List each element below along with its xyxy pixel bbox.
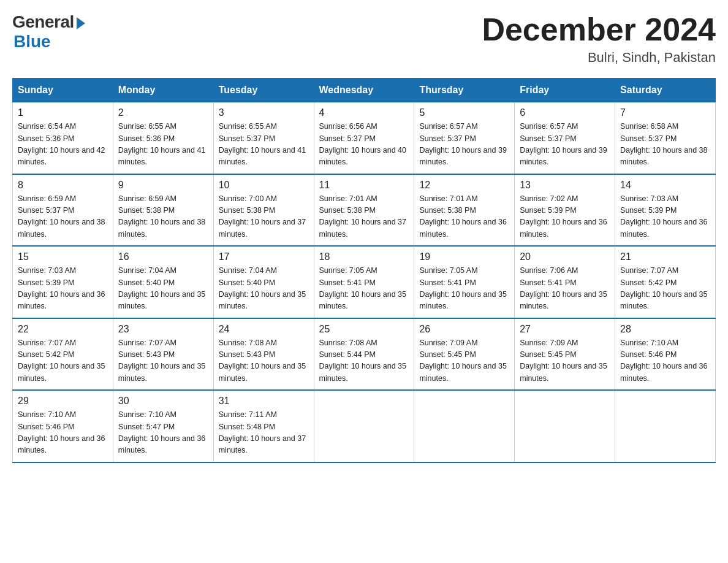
day-number: 9 [118,180,208,191]
day-number: 29 [18,396,108,407]
day-info: Sunrise: 7:09 AMSunset: 5:45 PMDaylight:… [520,337,610,385]
day-number: 1 [18,107,108,118]
day-number: 27 [520,324,610,335]
day-info: Sunrise: 7:06 AMSunset: 5:41 PMDaylight:… [520,265,610,313]
calendar-week-row: 15Sunrise: 7:03 AMSunset: 5:39 PMDayligh… [13,246,716,318]
calendar-table: SundayMondayTuesdayWednesdayThursdayFrid… [12,78,716,463]
day-info: Sunrise: 7:10 AMSunset: 5:46 PMDaylight:… [18,409,108,457]
day-number: 3 [219,107,309,118]
day-number: 30 [118,396,208,407]
day-number: 14 [620,180,710,191]
calendar-cell: 26Sunrise: 7:09 AMSunset: 5:45 PMDayligh… [414,318,515,391]
calendar-cell [414,390,515,462]
calendar-header-sunday: Sunday [13,79,113,102]
calendar-cell: 8Sunrise: 6:59 AMSunset: 5:37 PMDaylight… [13,174,113,247]
calendar-cell: 16Sunrise: 7:04 AMSunset: 5:40 PMDayligh… [113,246,213,318]
calendar-week-row: 8Sunrise: 6:59 AMSunset: 5:37 PMDaylight… [13,174,716,247]
day-number: 23 [118,324,208,335]
day-number: 31 [219,396,309,407]
day-number: 8 [18,180,108,191]
day-info: Sunrise: 6:54 AMSunset: 5:36 PMDaylight:… [18,121,108,169]
day-number: 17 [219,251,309,262]
page-header: General Blue December 2024 Bulri, Sindh,… [12,12,716,66]
day-info: Sunrise: 7:03 AMSunset: 5:39 PMDaylight:… [620,193,710,241]
day-number: 15 [18,251,108,262]
calendar-cell: 23Sunrise: 7:07 AMSunset: 5:43 PMDayligh… [113,318,213,391]
calendar-cell: 18Sunrise: 7:05 AMSunset: 5:41 PMDayligh… [314,246,414,318]
day-info: Sunrise: 7:11 AMSunset: 5:48 PMDaylight:… [219,409,309,457]
day-number: 2 [118,107,208,118]
calendar-cell: 14Sunrise: 7:03 AMSunset: 5:39 PMDayligh… [615,174,716,247]
day-number: 11 [319,180,409,191]
calendar-cell: 11Sunrise: 7:01 AMSunset: 5:38 PMDayligh… [314,174,414,247]
day-info: Sunrise: 6:59 AMSunset: 5:37 PMDaylight:… [18,193,108,241]
calendar-cell: 27Sunrise: 7:09 AMSunset: 5:45 PMDayligh… [515,318,615,391]
day-info: Sunrise: 6:58 AMSunset: 5:37 PMDaylight:… [620,121,710,169]
location-text: Bulri, Sindh, Pakistan [482,50,716,66]
day-info: Sunrise: 7:02 AMSunset: 5:39 PMDaylight:… [520,193,610,241]
calendar-cell: 19Sunrise: 7:05 AMSunset: 5:41 PMDayligh… [414,246,515,318]
calendar-cell: 5Sunrise: 6:57 AMSunset: 5:37 PMDaylight… [414,102,515,174]
calendar-cell: 21Sunrise: 7:07 AMSunset: 5:42 PMDayligh… [615,246,716,318]
day-number: 25 [319,324,409,335]
day-number: 20 [520,251,610,262]
day-number: 22 [18,324,108,335]
month-title: December 2024 [482,12,716,47]
calendar-cell: 10Sunrise: 7:00 AMSunset: 5:38 PMDayligh… [213,174,314,247]
day-info: Sunrise: 7:10 AMSunset: 5:47 PMDaylight:… [118,409,208,457]
day-number: 4 [319,107,409,118]
day-info: Sunrise: 6:56 AMSunset: 5:37 PMDaylight:… [319,121,409,169]
logo: General Blue [12,12,85,52]
calendar-cell: 4Sunrise: 6:56 AMSunset: 5:37 PMDaylight… [314,102,414,174]
calendar-week-row: 22Sunrise: 7:07 AMSunset: 5:42 PMDayligh… [13,318,716,391]
day-info: Sunrise: 7:07 AMSunset: 5:42 PMDaylight:… [620,265,710,313]
calendar-cell: 2Sunrise: 6:55 AMSunset: 5:36 PMDaylight… [113,102,213,174]
day-info: Sunrise: 7:08 AMSunset: 5:44 PMDaylight:… [319,337,409,385]
day-number: 21 [620,251,710,262]
calendar-cell [314,390,414,462]
calendar-cell: 28Sunrise: 7:10 AMSunset: 5:46 PMDayligh… [615,318,716,391]
calendar-cell: 29Sunrise: 7:10 AMSunset: 5:46 PMDayligh… [13,390,113,462]
calendar-cell: 30Sunrise: 7:10 AMSunset: 5:47 PMDayligh… [113,390,213,462]
calendar-cell: 9Sunrise: 6:59 AMSunset: 5:38 PMDaylight… [113,174,213,247]
calendar-cell: 31Sunrise: 7:11 AMSunset: 5:48 PMDayligh… [213,390,314,462]
calendar-cell: 1Sunrise: 6:54 AMSunset: 5:36 PMDaylight… [13,102,113,174]
calendar-cell: 20Sunrise: 7:06 AMSunset: 5:41 PMDayligh… [515,246,615,318]
day-number: 28 [620,324,710,335]
day-info: Sunrise: 7:07 AMSunset: 5:42 PMDaylight:… [18,337,108,385]
day-info: Sunrise: 7:08 AMSunset: 5:43 PMDaylight:… [219,337,309,385]
calendar-week-row: 1Sunrise: 6:54 AMSunset: 5:36 PMDaylight… [13,102,716,174]
calendar-cell: 7Sunrise: 6:58 AMSunset: 5:37 PMDaylight… [615,102,716,174]
day-number: 24 [219,324,309,335]
calendar-cell: 6Sunrise: 6:57 AMSunset: 5:37 PMDaylight… [515,102,615,174]
day-info: Sunrise: 7:01 AMSunset: 5:38 PMDaylight:… [419,193,509,241]
day-info: Sunrise: 6:55 AMSunset: 5:36 PMDaylight:… [118,121,208,169]
calendar-cell: 15Sunrise: 7:03 AMSunset: 5:39 PMDayligh… [13,246,113,318]
day-info: Sunrise: 7:05 AMSunset: 5:41 PMDaylight:… [319,265,409,313]
day-info: Sunrise: 6:55 AMSunset: 5:37 PMDaylight:… [219,121,309,169]
day-info: Sunrise: 7:03 AMSunset: 5:39 PMDaylight:… [18,265,108,313]
logo-arrow-icon [77,17,85,29]
day-number: 10 [219,180,309,191]
calendar-cell: 25Sunrise: 7:08 AMSunset: 5:44 PMDayligh… [314,318,414,391]
calendar-cell: 13Sunrise: 7:02 AMSunset: 5:39 PMDayligh… [515,174,615,247]
day-number: 7 [620,107,710,118]
day-info: Sunrise: 7:04 AMSunset: 5:40 PMDaylight:… [118,265,208,313]
logo-blue-text: Blue [13,32,51,52]
day-number: 16 [118,251,208,262]
day-info: Sunrise: 7:07 AMSunset: 5:43 PMDaylight:… [118,337,208,385]
day-number: 26 [419,324,509,335]
calendar-cell: 24Sunrise: 7:08 AMSunset: 5:43 PMDayligh… [213,318,314,391]
calendar-week-row: 29Sunrise: 7:10 AMSunset: 5:46 PMDayligh… [13,390,716,462]
calendar-cell [615,390,716,462]
day-number: 5 [419,107,509,118]
day-info: Sunrise: 7:09 AMSunset: 5:45 PMDaylight:… [419,337,509,385]
calendar-cell: 22Sunrise: 7:07 AMSunset: 5:42 PMDayligh… [13,318,113,391]
calendar-header-thursday: Thursday [414,79,515,102]
calendar-header-saturday: Saturday [615,79,716,102]
day-info: Sunrise: 7:04 AMSunset: 5:40 PMDaylight:… [219,265,309,313]
day-info: Sunrise: 6:57 AMSunset: 5:37 PMDaylight:… [520,121,610,169]
logo-general-text: General [12,12,74,32]
day-number: 19 [419,251,509,262]
title-area: December 2024 Bulri, Sindh, Pakistan [482,12,716,66]
